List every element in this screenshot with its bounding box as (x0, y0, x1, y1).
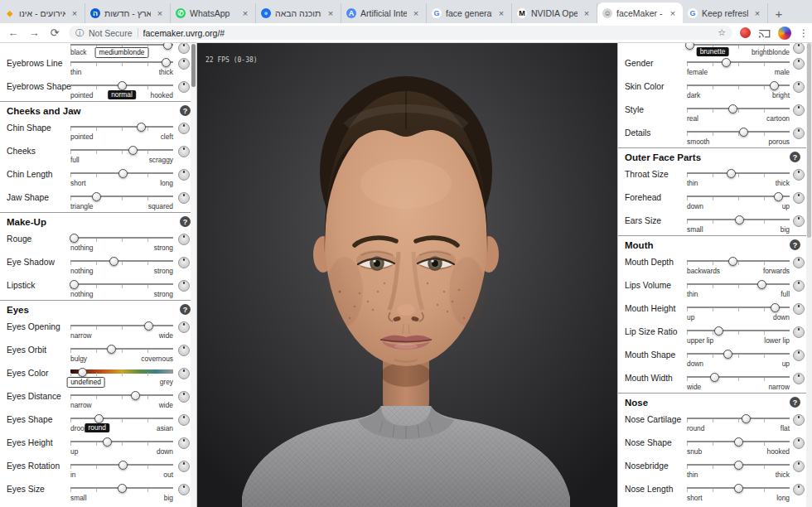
lip-size-ratio-slider[interactable]: upper liplower lip (687, 323, 790, 346)
slider-handle[interactable] (728, 257, 737, 266)
reset-knob[interactable] (178, 257, 190, 268)
lips-volume-slider[interactable]: thinfull (687, 277, 790, 300)
skin-color-slider[interactable]: darkbright (687, 78, 790, 101)
tab-hair-color[interactable]: ההארץ - חדשות× (85, 3, 171, 23)
mouth-height-slider[interactable]: updown (687, 300, 790, 323)
reset-knob[interactable] (178, 43, 190, 54)
nose-shape-slider[interactable]: snubhooked (687, 434, 790, 457)
reset-knob[interactable] (178, 146, 190, 157)
reset-knob[interactable] (178, 58, 190, 70)
help-icon[interactable]: ? (180, 216, 191, 227)
reset-knob[interactable] (793, 128, 805, 139)
slider-handle[interactable] (728, 104, 737, 113)
help-icon[interactable]: ? (180, 105, 191, 116)
address-bar[interactable]: ⓘ Not Secure facemaker.uvrg.org/# ☆ (69, 26, 732, 40)
gender-slider[interactable]: femalemale (687, 55, 790, 78)
eyes-size-slider[interactable]: smallbig (70, 480, 173, 504)
help-icon[interactable]: ? (790, 152, 800, 162)
tab-close-icon[interactable]: × (752, 8, 762, 18)
slider-handle[interactable] (131, 391, 140, 400)
hair-color-slider[interactable]: brightblondebrunette (687, 43, 790, 55)
slider-handle[interactable] (757, 280, 766, 289)
reset-knob[interactable] (178, 280, 190, 292)
slider-handle[interactable] (109, 257, 118, 266)
slider-handle[interactable] (734, 484, 743, 493)
tab-nvidia-open[interactable]: MNVIDIA Open-× (512, 3, 597, 23)
reset-knob[interactable] (793, 192, 805, 204)
style-slider[interactable]: realcartoon (687, 101, 790, 124)
throat-size-slider[interactable]: thinthick (687, 166, 790, 189)
forward-button[interactable]: → (27, 27, 41, 39)
extension-icon[interactable] (740, 27, 751, 38)
slider-handle[interactable] (162, 58, 171, 67)
reload-button[interactable]: ⟳ (48, 27, 61, 39)
reset-knob[interactable] (178, 234, 190, 245)
reset-knob[interactable] (178, 368, 190, 379)
slider-handle[interactable] (70, 280, 79, 289)
eyebrows-line-slider[interactable]: thinthick (70, 55, 173, 78)
tab-hair-color[interactable]: ◆אירועים - אינו× (0, 3, 85, 23)
eye-shadow-slider[interactable]: nothingstrong (70, 254, 173, 277)
hair-color-slider[interactable]: blackmediumblonde (70, 43, 173, 55)
slider-handle[interactable] (118, 484, 127, 493)
slider-handle[interactable] (118, 81, 127, 90)
slider-handle[interactable] (70, 234, 79, 243)
reset-knob[interactable] (178, 414, 190, 426)
reset-knob[interactable] (178, 437, 190, 449)
slider-handle[interactable] (137, 123, 146, 132)
profile-avatar[interactable] (778, 27, 791, 40)
tab-hair-color[interactable]: ●התוכנה הבאה× (256, 3, 341, 23)
jaw-shape-slider[interactable]: trianglesquared (70, 189, 173, 212)
reset-knob[interactable] (178, 192, 190, 204)
reset-knob[interactable] (793, 104, 805, 116)
tab-close-icon[interactable]: × (240, 8, 250, 18)
reset-knob[interactable] (793, 43, 805, 54)
slider-handle[interactable] (107, 345, 116, 354)
tab-artificial-intelli[interactable]: AArtificial Intelli× (341, 3, 427, 23)
lipstick-slider[interactable]: nothingstrong (70, 277, 173, 300)
cheeks-slider[interactable]: fullscraggy (70, 142, 173, 166)
reset-knob[interactable] (793, 461, 805, 472)
tab-close-icon[interactable]: × (155, 8, 165, 18)
slider-handle[interactable] (774, 192, 783, 201)
slider-handle[interactable] (734, 437, 743, 447)
eyebrows-shape-slider[interactable]: pointedhookednormal (70, 78, 173, 101)
slider-handle[interactable] (128, 146, 138, 155)
tab-close-icon[interactable]: × (582, 8, 592, 18)
reset-knob[interactable] (178, 169, 190, 181)
reset-knob[interactable] (793, 215, 805, 227)
reset-knob[interactable] (178, 484, 190, 495)
page-scrollbar[interactable] (806, 43, 812, 507)
mouth-depth-slider[interactable]: backwardsforwards (687, 254, 790, 277)
tab-keep-refreshin[interactable]: GKeep refreshin× (683, 3, 768, 23)
slider-handle[interactable] (770, 81, 779, 90)
slider-handle[interactable] (103, 437, 112, 447)
tab-close-icon[interactable]: × (70, 8, 80, 18)
nose-length-slider[interactable]: shortlong (687, 480, 790, 504)
rouge-slider[interactable]: nothingstrong (70, 230, 173, 254)
cast-icon[interactable] (758, 28, 771, 38)
slider-handle[interactable] (714, 326, 723, 336)
slider-handle[interactable] (735, 215, 744, 225)
chin-length-slider[interactable]: shortlong (70, 166, 173, 189)
tab-close-icon[interactable]: × (411, 8, 421, 18)
slider-handle[interactable] (723, 350, 732, 359)
reset-knob[interactable] (793, 257, 805, 268)
reset-knob[interactable] (793, 484, 805, 495)
reset-knob[interactable] (793, 350, 805, 361)
page-info-icon[interactable]: ⓘ (75, 27, 84, 39)
reset-knob[interactable] (793, 303, 805, 315)
reset-knob[interactable] (793, 58, 805, 70)
nose-cartilage-slider[interactable]: roundflat (687, 411, 790, 434)
new-tab-button[interactable]: + (768, 3, 790, 23)
back-button[interactable]: ← (7, 27, 20, 39)
tab-face-generato[interactable]: Gface generato× (427, 3, 512, 23)
details-slider[interactable]: smoothporous (687, 124, 790, 147)
mouth-width-slider[interactable]: widenarrow (687, 369, 790, 393)
help-icon[interactable]: ? (790, 397, 800, 408)
reset-knob[interactable] (178, 81, 190, 93)
reset-knob[interactable] (793, 414, 805, 426)
face-canvas[interactable]: 22 FPS (0-38) (197, 43, 617, 507)
slider-handle[interactable] (118, 461, 128, 470)
reset-knob[interactable] (178, 391, 190, 403)
